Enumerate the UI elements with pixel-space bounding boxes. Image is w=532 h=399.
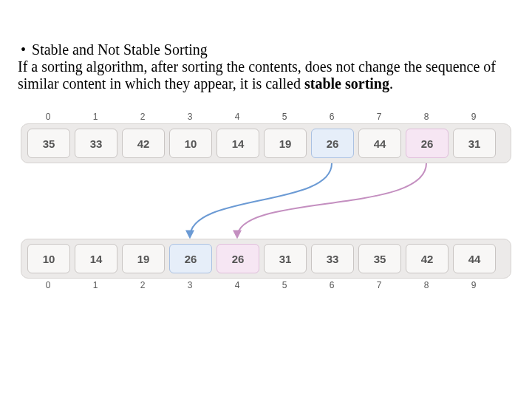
index-label: 9 (452, 112, 495, 122)
array-cell: 42 (406, 244, 449, 273)
stable-sort-figure: 0 1 2 3 4 5 6 7 8 9 35 33 42 10 14 19 26… (18, 110, 514, 292)
array-cell-highlight-blue: 26 (311, 129, 354, 158)
array-cell: 33 (75, 129, 117, 158)
body-tail: . (389, 75, 393, 92)
body-bold: stable sorting (304, 75, 389, 92)
array-cell: 35 (358, 244, 401, 273)
array-cell: 44 (358, 129, 401, 158)
array-cell: 19 (122, 244, 165, 273)
index-label: 4 (216, 280, 259, 290)
arrow-blue (190, 163, 332, 237)
index-label: 9 (452, 280, 495, 290)
arrow-pink (237, 163, 426, 237)
array-cell: 33 (311, 244, 354, 273)
body-paragraph: If a sorting algorithm, after sorting th… (18, 58, 514, 92)
array-cell: 44 (453, 244, 496, 273)
index-label: 3 (168, 280, 211, 290)
heading-row: • Stable and Not Stable Sorting (18, 41, 514, 58)
index-label: 7 (358, 280, 400, 290)
array-cell: 14 (75, 244, 117, 273)
index-label: 0 (27, 280, 69, 290)
array-cell: 35 (27, 129, 70, 158)
index-label: 5 (263, 280, 306, 290)
array-cell: 14 (216, 129, 259, 158)
array-cell-highlight-blue: 26 (169, 244, 212, 273)
index-label: 8 (405, 280, 448, 290)
index-row-top: 0 1 2 3 4 5 6 7 8 9 (21, 110, 511, 123)
index-label: 3 (168, 112, 211, 122)
index-label: 1 (74, 280, 117, 290)
mapping-arrows (21, 163, 511, 239)
bullet-dot: • (18, 41, 32, 58)
index-label: 0 (27, 112, 69, 122)
sorted-array: 10 14 19 26 26 31 33 35 42 44 (21, 239, 511, 279)
index-label: 6 (310, 280, 353, 290)
index-label: 7 (358, 112, 400, 122)
index-label: 4 (216, 112, 259, 122)
array-cell: 42 (122, 129, 165, 158)
index-label: 8 (405, 112, 448, 122)
array-cell: 10 (169, 129, 212, 158)
index-label: 6 (310, 112, 353, 122)
index-label: 2 (121, 280, 164, 290)
array-cell: 10 (27, 244, 70, 273)
index-row-bottom: 0 1 2 3 4 5 6 7 8 9 (21, 279, 511, 292)
index-label: 1 (74, 112, 117, 122)
array-cell: 31 (453, 129, 496, 158)
body-main: If a sorting algorithm, after sorting th… (18, 58, 496, 92)
array-cell: 19 (264, 129, 307, 158)
heading-text: Stable and Not Stable Sorting (32, 41, 208, 58)
unsorted-array: 35 33 42 10 14 19 26 44 26 31 (21, 123, 511, 163)
array-cell-highlight-pink: 26 (216, 244, 259, 273)
array-cell-highlight-pink: 26 (406, 129, 449, 158)
index-label: 2 (121, 112, 164, 122)
array-cell: 31 (264, 244, 307, 273)
index-label: 5 (263, 112, 306, 122)
